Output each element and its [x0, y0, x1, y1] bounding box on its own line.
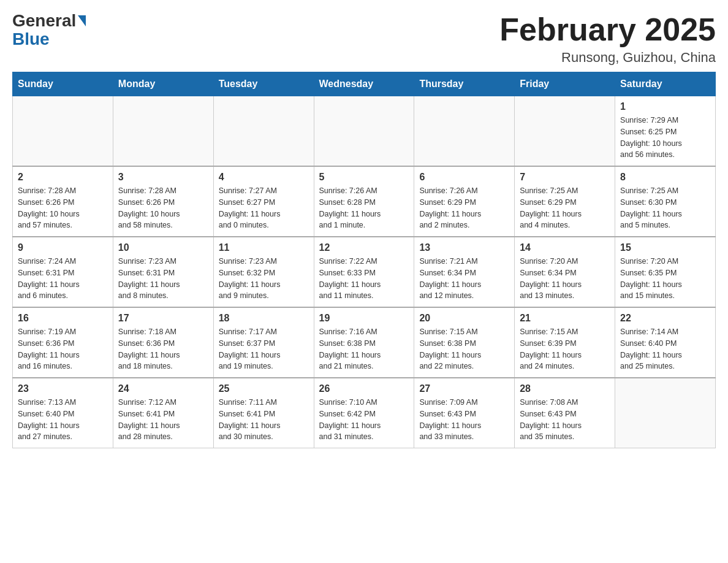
day-info: Sunrise: 7:16 AMSunset: 6:38 PMDaylight:…	[319, 326, 409, 372]
day-info: Sunrise: 7:15 AMSunset: 6:39 PMDaylight:…	[520, 326, 610, 372]
day-number: 15	[620, 242, 710, 253]
day-info: Sunrise: 7:27 AMSunset: 6:27 PMDaylight:…	[219, 185, 309, 231]
calendar-subtitle: Runsong, Guizhou, China	[499, 50, 716, 66]
calendar-week-row: 2Sunrise: 7:28 AMSunset: 6:26 PMDaylight…	[13, 166, 716, 237]
day-number: 6	[419, 172, 509, 183]
day-number: 18	[219, 313, 309, 324]
calendar-cell: 6Sunrise: 7:26 AMSunset: 6:29 PMDaylight…	[414, 166, 515, 237]
calendar-cell: 25Sunrise: 7:11 AMSunset: 6:41 PMDayligh…	[213, 378, 314, 448]
day-number: 27	[419, 383, 509, 394]
day-number: 5	[319, 172, 409, 183]
logo: General Blue	[12, 12, 86, 49]
day-number: 3	[118, 172, 208, 183]
day-info: Sunrise: 7:20 AMSunset: 6:34 PMDaylight:…	[520, 256, 610, 302]
calendar-cell: 11Sunrise: 7:23 AMSunset: 6:32 PMDayligh…	[213, 237, 314, 307]
day-number: 17	[118, 313, 208, 324]
day-number: 10	[118, 242, 208, 253]
day-info: Sunrise: 7:19 AMSunset: 6:36 PMDaylight:…	[18, 326, 108, 372]
day-info: Sunrise: 7:11 AMSunset: 6:41 PMDaylight:…	[219, 397, 309, 443]
calendar-cell: 15Sunrise: 7:20 AMSunset: 6:35 PMDayligh…	[615, 237, 716, 307]
calendar-cell: 21Sunrise: 7:15 AMSunset: 6:39 PMDayligh…	[515, 307, 615, 378]
calendar-cell: 3Sunrise: 7:28 AMSunset: 6:26 PMDaylight…	[113, 166, 213, 237]
day-info: Sunrise: 7:14 AMSunset: 6:40 PMDaylight:…	[620, 326, 710, 372]
day-info: Sunrise: 7:23 AMSunset: 6:31 PMDaylight:…	[118, 256, 208, 302]
calendar-cell: 1Sunrise: 7:29 AMSunset: 6:25 PMDaylight…	[615, 96, 716, 167]
day-number: 20	[419, 313, 509, 324]
calendar-cell: 20Sunrise: 7:15 AMSunset: 6:38 PMDayligh…	[414, 307, 515, 378]
calendar-cell: 7Sunrise: 7:25 AMSunset: 6:29 PMDaylight…	[515, 166, 615, 237]
calendar-cell: 17Sunrise: 7:18 AMSunset: 6:36 PMDayligh…	[113, 307, 213, 378]
day-number: 9	[18, 242, 108, 253]
calendar-cell	[13, 96, 113, 167]
day-info: Sunrise: 7:21 AMSunset: 6:34 PMDaylight:…	[419, 256, 509, 302]
day-info: Sunrise: 7:28 AMSunset: 6:26 PMDaylight:…	[118, 185, 208, 231]
calendar-header-wednesday: Wednesday	[314, 72, 414, 96]
calendar-cell	[515, 96, 615, 167]
calendar-cell: 22Sunrise: 7:14 AMSunset: 6:40 PMDayligh…	[615, 307, 716, 378]
day-number: 26	[319, 383, 409, 394]
calendar-cell	[615, 378, 716, 448]
day-info: Sunrise: 7:13 AMSunset: 6:40 PMDaylight:…	[18, 397, 108, 443]
day-number: 7	[520, 172, 610, 183]
day-info: Sunrise: 7:25 AMSunset: 6:30 PMDaylight:…	[620, 185, 710, 231]
day-info: Sunrise: 7:23 AMSunset: 6:32 PMDaylight:…	[219, 256, 309, 302]
day-number: 8	[620, 172, 710, 183]
calendar-cell: 10Sunrise: 7:23 AMSunset: 6:31 PMDayligh…	[113, 237, 213, 307]
logo-blue-text: Blue	[12, 29, 50, 49]
calendar-cell: 5Sunrise: 7:26 AMSunset: 6:28 PMDaylight…	[314, 166, 414, 237]
calendar-cell: 28Sunrise: 7:08 AMSunset: 6:43 PMDayligh…	[515, 378, 615, 448]
day-info: Sunrise: 7:18 AMSunset: 6:36 PMDaylight:…	[118, 326, 208, 372]
calendar-header-monday: Monday	[113, 72, 213, 96]
day-number: 16	[18, 313, 108, 324]
day-number: 28	[520, 383, 610, 394]
day-info: Sunrise: 7:10 AMSunset: 6:42 PMDaylight:…	[319, 397, 409, 443]
day-number: 23	[18, 383, 108, 394]
calendar-week-row: 1Sunrise: 7:29 AMSunset: 6:25 PMDaylight…	[13, 96, 716, 167]
day-number: 22	[620, 313, 710, 324]
calendar-week-row: 16Sunrise: 7:19 AMSunset: 6:36 PMDayligh…	[13, 307, 716, 378]
calendar-cell	[414, 96, 515, 167]
day-info: Sunrise: 7:17 AMSunset: 6:37 PMDaylight:…	[219, 326, 309, 372]
day-number: 12	[319, 242, 409, 253]
day-info: Sunrise: 7:12 AMSunset: 6:41 PMDaylight:…	[118, 397, 208, 443]
day-info: Sunrise: 7:22 AMSunset: 6:33 PMDaylight:…	[319, 256, 409, 302]
calendar-cell: 27Sunrise: 7:09 AMSunset: 6:43 PMDayligh…	[414, 378, 515, 448]
calendar-cell: 13Sunrise: 7:21 AMSunset: 6:34 PMDayligh…	[414, 237, 515, 307]
calendar-cell: 18Sunrise: 7:17 AMSunset: 6:37 PMDayligh…	[213, 307, 314, 378]
calendar-cell: 14Sunrise: 7:20 AMSunset: 6:34 PMDayligh…	[515, 237, 615, 307]
calendar-title: February 2025	[499, 12, 716, 47]
calendar-cell: 4Sunrise: 7:27 AMSunset: 6:27 PMDaylight…	[213, 166, 314, 237]
calendar-table: SundayMondayTuesdayWednesdayThursdayFrid…	[12, 72, 716, 448]
day-number: 25	[219, 383, 309, 394]
day-info: Sunrise: 7:29 AMSunset: 6:25 PMDaylight:…	[620, 115, 710, 161]
calendar-cell: 9Sunrise: 7:24 AMSunset: 6:31 PMDaylight…	[13, 237, 113, 307]
calendar-cell: 8Sunrise: 7:25 AMSunset: 6:30 PMDaylight…	[615, 166, 716, 237]
day-number: 4	[219, 172, 309, 183]
calendar-cell: 2Sunrise: 7:28 AMSunset: 6:26 PMDaylight…	[13, 166, 113, 237]
calendar-cell: 16Sunrise: 7:19 AMSunset: 6:36 PMDayligh…	[13, 307, 113, 378]
calendar-cell	[314, 96, 414, 167]
day-number: 19	[319, 313, 409, 324]
day-info: Sunrise: 7:26 AMSunset: 6:28 PMDaylight:…	[319, 185, 409, 231]
day-info: Sunrise: 7:24 AMSunset: 6:31 PMDaylight:…	[18, 256, 108, 302]
day-number: 21	[520, 313, 610, 324]
calendar-cell	[113, 96, 213, 167]
logo-arrow-icon	[78, 15, 86, 26]
day-number: 2	[18, 172, 108, 183]
day-info: Sunrise: 7:25 AMSunset: 6:29 PMDaylight:…	[520, 185, 610, 231]
calendar-cell: 26Sunrise: 7:10 AMSunset: 6:42 PMDayligh…	[314, 378, 414, 448]
calendar-header-friday: Friday	[515, 72, 615, 96]
day-info: Sunrise: 7:28 AMSunset: 6:26 PMDaylight:…	[18, 185, 108, 231]
calendar-header-tuesday: Tuesday	[213, 72, 314, 96]
day-number: 11	[219, 242, 309, 253]
page-header: General Blue February 2025 Runsong, Guiz…	[12, 12, 716, 66]
logo-general-text: General	[12, 12, 76, 29]
calendar-header-sunday: Sunday	[13, 72, 113, 96]
day-info: Sunrise: 7:15 AMSunset: 6:38 PMDaylight:…	[419, 326, 509, 372]
calendar-week-row: 9Sunrise: 7:24 AMSunset: 6:31 PMDaylight…	[13, 237, 716, 307]
calendar-cell	[213, 96, 314, 167]
calendar-cell: 24Sunrise: 7:12 AMSunset: 6:41 PMDayligh…	[113, 378, 213, 448]
day-number: 24	[118, 383, 208, 394]
day-info: Sunrise: 7:08 AMSunset: 6:43 PMDaylight:…	[520, 397, 610, 443]
day-number: 13	[419, 242, 509, 253]
